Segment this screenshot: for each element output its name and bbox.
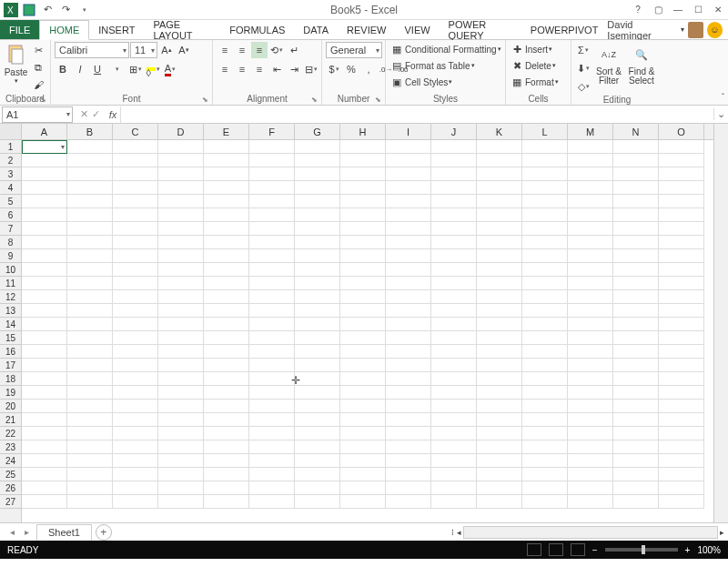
cell[interactable] xyxy=(522,195,568,208)
cell[interactable] xyxy=(659,345,704,359)
cell[interactable] xyxy=(340,440,386,454)
cell[interactable] xyxy=(522,304,568,318)
cell[interactable] xyxy=(113,208,158,222)
accounting-button[interactable]: $ xyxy=(326,61,342,77)
comma-button[interactable]: , xyxy=(360,61,377,77)
cell[interactable] xyxy=(249,277,295,290)
row-header[interactable]: 14 xyxy=(0,318,21,331)
cell[interactable] xyxy=(204,495,249,509)
cell[interactable] xyxy=(340,345,386,359)
ribbon-options-icon[interactable]: ▢ xyxy=(652,4,664,16)
cell[interactable] xyxy=(340,359,386,372)
cell[interactable] xyxy=(340,249,386,263)
cell[interactable] xyxy=(477,454,522,468)
cell[interactable] xyxy=(568,481,613,495)
alignment-dialog-icon[interactable]: ⬊ xyxy=(311,96,318,104)
cell[interactable] xyxy=(386,318,431,331)
cell[interactable] xyxy=(568,167,613,181)
cell[interactable] xyxy=(340,140,386,154)
cell[interactable] xyxy=(568,468,613,481)
row-header[interactable]: 12 xyxy=(0,290,21,304)
cell[interactable] xyxy=(477,208,522,222)
cell[interactable] xyxy=(659,386,704,400)
conditional-formatting-button[interactable]: ▦Conditional Formatting▾ xyxy=(389,42,501,56)
cell[interactable] xyxy=(613,372,659,386)
cell[interactable] xyxy=(67,277,113,290)
cell[interactable] xyxy=(67,249,113,263)
cell[interactable] xyxy=(386,386,431,400)
cell[interactable] xyxy=(568,277,613,290)
cell[interactable] xyxy=(477,263,522,277)
cell[interactable] xyxy=(522,427,568,440)
cell[interactable] xyxy=(613,222,659,236)
cell[interactable] xyxy=(431,304,477,318)
row-header[interactable]: 10 xyxy=(0,263,21,277)
cell[interactable] xyxy=(386,222,431,236)
cell[interactable] xyxy=(22,263,67,277)
cell[interactable] xyxy=(340,222,386,236)
cell[interactable] xyxy=(386,277,431,290)
cell[interactable] xyxy=(113,468,158,481)
row-header[interactable]: 18 xyxy=(0,372,21,386)
cell[interactable] xyxy=(477,440,522,454)
cell[interactable] xyxy=(204,413,249,427)
cell[interactable] xyxy=(295,222,340,236)
cell[interactable] xyxy=(158,154,204,167)
clipboard-dialog-icon[interactable]: ⬊ xyxy=(40,96,46,104)
cell[interactable] xyxy=(568,140,613,154)
cell[interactable] xyxy=(22,481,67,495)
cell[interactable] xyxy=(158,345,204,359)
cell[interactable] xyxy=(249,413,295,427)
cell[interactable] xyxy=(204,481,249,495)
cell[interactable] xyxy=(431,154,477,167)
row-header[interactable]: 19 xyxy=(0,386,21,400)
cell[interactable] xyxy=(477,249,522,263)
cell[interactable] xyxy=(295,359,340,372)
cell[interactable] xyxy=(613,195,659,208)
cell[interactable] xyxy=(431,427,477,440)
row-header[interactable]: 24 xyxy=(0,454,21,468)
cell[interactable] xyxy=(22,386,67,400)
cell[interactable] xyxy=(522,318,568,331)
new-sheet-button[interactable]: + xyxy=(96,524,112,541)
cell[interactable] xyxy=(522,208,568,222)
cell[interactable] xyxy=(340,468,386,481)
cell[interactable] xyxy=(22,331,67,345)
cell[interactable] xyxy=(522,140,568,154)
cell[interactable] xyxy=(22,413,67,427)
tab-powerpivot[interactable]: POWERPIVOT xyxy=(521,20,608,39)
cell[interactable] xyxy=(249,359,295,372)
cell[interactable] xyxy=(113,481,158,495)
cell[interactable] xyxy=(568,318,613,331)
cell[interactable] xyxy=(204,386,249,400)
cell[interactable] xyxy=(431,372,477,386)
cell[interactable] xyxy=(249,427,295,440)
cell[interactable] xyxy=(477,318,522,331)
font-name-select[interactable]: Calibri xyxy=(55,42,129,58)
cell[interactable] xyxy=(431,195,477,208)
cell[interactable] xyxy=(613,249,659,263)
cell[interactable] xyxy=(613,359,659,372)
row-header[interactable]: 17 xyxy=(0,359,21,372)
border-button[interactable]: ⊞ xyxy=(127,61,144,77)
col-header[interactable]: A xyxy=(22,124,67,139)
font-color-button[interactable]: A xyxy=(162,61,178,77)
cell[interactable] xyxy=(22,249,67,263)
cell[interactable] xyxy=(204,263,249,277)
cell[interactable] xyxy=(204,181,249,195)
cell[interactable] xyxy=(67,427,113,440)
cell[interactable] xyxy=(613,440,659,454)
cell[interactable] xyxy=(158,195,204,208)
cell[interactable] xyxy=(113,413,158,427)
horizontal-scrollbar[interactable]: ⁞ ◂ ▸ xyxy=(116,526,728,539)
cell[interactable] xyxy=(113,345,158,359)
cell[interactable] xyxy=(158,318,204,331)
cell[interactable] xyxy=(522,468,568,481)
cell[interactable] xyxy=(295,331,340,345)
cell[interactable] xyxy=(386,481,431,495)
cell[interactable] xyxy=(22,195,67,208)
cell[interactable] xyxy=(22,318,67,331)
cell[interactable] xyxy=(249,167,295,181)
cell[interactable] xyxy=(659,167,704,181)
increase-indent-button[interactable]: ⇥ xyxy=(286,61,302,77)
